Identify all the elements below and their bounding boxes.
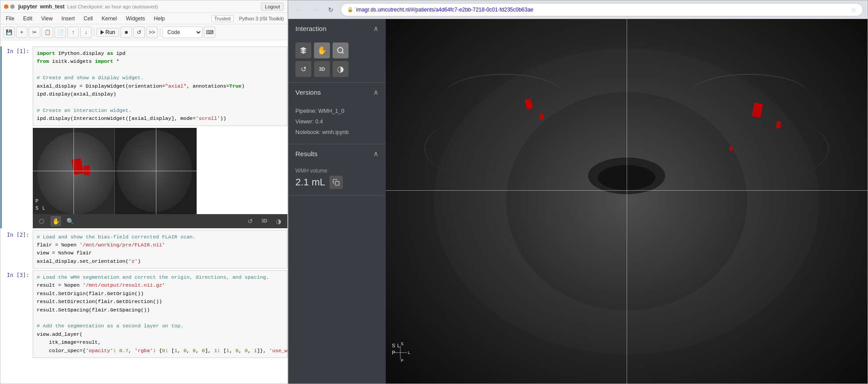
address-bar[interactable]: 🔒 imagr.ds.umcutrecht.nl/#/patients/a4d6… bbox=[341, 3, 863, 16]
run-button[interactable]: Run bbox=[97, 28, 119, 37]
contrast-tool-small[interactable]: ◑ bbox=[273, 216, 284, 227]
mri-small-toolbar: ⬡ ✋ 🔍 ↺ 3D ◑ bbox=[33, 214, 287, 228]
wmh-value-row: 2.1 mL bbox=[295, 176, 379, 189]
cell-3-prompt: In [3]: bbox=[2, 270, 33, 358]
layers-tool[interactable] bbox=[295, 42, 311, 58]
menu-insert[interactable]: Insert bbox=[60, 15, 77, 23]
jupyter-titlebar: jupyter wmh_test Last Checkpoint: an hou… bbox=[0, 0, 287, 13]
wmh-lesion-2 bbox=[540, 114, 544, 120]
menu-widgets[interactable]: Widgets bbox=[124, 15, 147, 23]
browser-panel: ← → ↻ 🔒 imagr.ds.umcutrecht.nl/#/patient… bbox=[288, 0, 868, 384]
jupyter-logo-circle2 bbox=[10, 4, 15, 9]
cell-1: In [1]: import IPython.display as ipd fr… bbox=[0, 46, 287, 228]
cell-2-body: # Load and show the bias-field corrected… bbox=[33, 230, 287, 269]
versions-content: Pipeline: WMH_1_0 Viewer: 0.4 Notebook: … bbox=[288, 102, 386, 144]
sidebar-panel: Interaction ∧ ✋ ↺ 3D ◑ bbox=[288, 19, 386, 384]
stop-button[interactable]: ■ bbox=[120, 27, 132, 38]
menu-cell[interactable]: Cell bbox=[82, 15, 95, 23]
results-content: WMH volume 2.1 mL bbox=[288, 163, 386, 195]
svg-text:P: P bbox=[401, 358, 403, 363]
cell-2-code[interactable]: # Load and show the bias-field corrected… bbox=[33, 230, 287, 269]
orientation-compass: S L P bbox=[389, 342, 411, 364]
notebook-version: Notebook: wmh.ipynb bbox=[295, 127, 379, 138]
versions-section: Versions ∧ Pipeline: WMH_1_0 Viewer: 0.4… bbox=[288, 83, 386, 144]
menu-file[interactable]: File bbox=[4, 15, 16, 23]
viewer-version: Viewer: 0.4 bbox=[295, 117, 379, 127]
kernel-info: Python 3 (ISI Toolkit) bbox=[239, 16, 284, 21]
layers-tool-small[interactable]: ⬡ bbox=[36, 216, 47, 227]
bookmark-icon[interactable]: ☆ bbox=[851, 6, 856, 13]
crosshair-vertical bbox=[627, 19, 627, 384]
results-collapse-icon: ∧ bbox=[373, 150, 379, 158]
cell-1-output: S L P ⬡ ✋ 🔍 ↺ 3D ◑ bbox=[33, 128, 287, 228]
jupyter-logo: jupyter bbox=[4, 3, 37, 10]
menu-edit[interactable]: Edit bbox=[21, 15, 34, 23]
svg-text:L: L bbox=[408, 350, 410, 355]
mri-viewer[interactable]: S L P S L P Status: Patient bbox=[386, 19, 868, 384]
refresh-button[interactable]: ↻ bbox=[325, 4, 337, 16]
logout-button[interactable]: Logout bbox=[261, 3, 284, 11]
zoom-tool[interactable] bbox=[333, 42, 349, 58]
versions-header[interactable]: Versions ∧ bbox=[288, 83, 386, 102]
add-cell-button[interactable]: + bbox=[16, 27, 27, 38]
jupyter-logo-circle1 bbox=[4, 4, 8, 9]
interaction-collapse-icon: ∧ bbox=[373, 24, 379, 33]
move-up-button[interactable]: ↑ bbox=[67, 27, 79, 38]
cell-2: In [2]: # Load and show the bias-field c… bbox=[0, 230, 287, 269]
pipeline-version: Pipeline: WMH_1_0 bbox=[295, 106, 379, 117]
interaction-section: Interaction ∧ ✋ ↺ 3D ◑ bbox=[288, 19, 386, 83]
copy-button[interactable]: 📋 bbox=[42, 27, 53, 38]
versions-title: Versions bbox=[295, 88, 321, 96]
jupyter-content[interactable]: In [1]: import IPython.display as ipd fr… bbox=[0, 40, 287, 384]
3d-tool-small[interactable]: 3D bbox=[259, 216, 270, 227]
mri-main-image: S L P S L P bbox=[386, 19, 868, 384]
label-l-small: L bbox=[43, 206, 45, 211]
move-down-button[interactable]: ↓ bbox=[80, 27, 92, 38]
notebook-title: wmh_test bbox=[40, 4, 64, 10]
menu-view[interactable]: View bbox=[39, 15, 54, 23]
pan-tool[interactable]: ✋ bbox=[314, 42, 330, 58]
interaction-title: Interaction bbox=[295, 25, 326, 32]
browser-chrome: ← → ↻ 🔒 imagr.ds.umcutrecht.nl/#/patient… bbox=[288, 0, 868, 19]
back-button[interactable]: ← bbox=[293, 4, 305, 16]
cell-3: In [3]: # Load the WMH segmentation and … bbox=[0, 270, 287, 358]
cell-type-dropdown[interactable]: Code Markdown Raw bbox=[163, 27, 202, 38]
save-button[interactable]: 💾 bbox=[3, 27, 15, 38]
interaction-tools: ✋ ↺ 3D ◑ bbox=[288, 38, 386, 82]
rotate-tool-small[interactable]: ↺ bbox=[245, 216, 256, 227]
pan-tool-small[interactable]: ✋ bbox=[50, 216, 61, 227]
cell-1-code[interactable]: import IPython.display as ipd from isitk… bbox=[33, 46, 287, 126]
jupyter-brand: jupyter bbox=[18, 3, 37, 10]
svg-rect-2 bbox=[335, 181, 339, 185]
wmh-label: WMH volume bbox=[295, 168, 379, 174]
menu-kernel[interactable]: Kernel bbox=[100, 15, 119, 23]
restart-button[interactable]: ↺ bbox=[133, 27, 145, 38]
svg-text:S: S bbox=[401, 342, 403, 346]
menu-help[interactable]: Help bbox=[152, 15, 167, 23]
mri-left-half bbox=[33, 128, 115, 214]
toolbar-separator-1 bbox=[94, 28, 94, 37]
jupyter-panel: jupyter wmh_test Last Checkpoint: an hou… bbox=[0, 0, 288, 384]
jupyter-menubar: File Edit View Insert Cell Kernel Widget… bbox=[0, 13, 287, 24]
svg-point-0 bbox=[337, 47, 343, 53]
label-s: S bbox=[35, 206, 39, 211]
address-text: imagr.ds.umcutrecht.nl/#/patients/a4d64f… bbox=[356, 7, 848, 13]
copy-wmh-button[interactable] bbox=[329, 176, 343, 189]
results-header[interactable]: Results ∧ bbox=[288, 144, 386, 163]
wmh-value: 2.1 mL bbox=[295, 177, 325, 188]
cut-button[interactable]: ✂ bbox=[29, 27, 40, 38]
lock-icon: 🔒 bbox=[347, 7, 353, 12]
zoom-tool-small[interactable]: 🔍 bbox=[65, 216, 75, 227]
forward-button[interactable]: → bbox=[309, 4, 321, 16]
run-all-button[interactable]: >> bbox=[146, 27, 158, 38]
contrast-tool[interactable]: ◑ bbox=[333, 61, 349, 77]
notebook-checkpoint: Last Checkpoint: an hour ago (autosaved) bbox=[67, 4, 158, 9]
rotate-tool[interactable]: ↺ bbox=[295, 61, 311, 77]
3d-tool[interactable]: 3D bbox=[314, 61, 330, 77]
interaction-header[interactable]: Interaction ∧ bbox=[288, 19, 386, 38]
run-icon bbox=[101, 30, 104, 35]
cell-2-prompt: In [2]: bbox=[2, 230, 33, 269]
paste-button[interactable]: 📄 bbox=[54, 27, 66, 38]
cell-3-code[interactable]: # Load the WMH segmentation and correct … bbox=[33, 270, 287, 358]
keyboard-button[interactable]: ⌨ bbox=[204, 27, 215, 38]
